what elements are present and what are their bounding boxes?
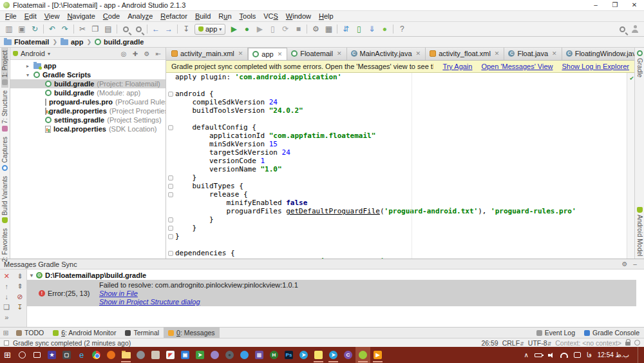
foxit-reader-icon[interactable]: ◤ xyxy=(163,347,178,363)
tool-window-button-captures[interactable]: Captures xyxy=(1,134,8,173)
close-tab-icon[interactable]: ✕ xyxy=(278,51,283,57)
wifi-icon[interactable] xyxy=(560,353,568,358)
previous-message-icon[interactable]: ↑ xyxy=(0,281,14,291)
menu-tools[interactable]: Tools xyxy=(236,12,260,20)
tree-item-build-gradle-module-app[interactable]: build.gradle (Module: app) xyxy=(10,88,166,97)
menu-navigate[interactable]: Navigate xyxy=(63,12,99,20)
cut-icon[interactable]: ✂ xyxy=(76,23,89,35)
photoshop-icon[interactable]: Ps xyxy=(281,347,296,363)
save-all-icon[interactable]: ▣ xyxy=(15,23,28,35)
module-settings-icon[interactable]: ▦ xyxy=(322,23,335,35)
menu-view[interactable]: View xyxy=(41,12,64,20)
language-indicator[interactable]: فا xyxy=(587,351,592,358)
menu-code[interactable]: Code xyxy=(99,12,124,20)
replace-icon[interactable] xyxy=(132,23,145,35)
message-file-row[interactable]: ▼ G D:\Floatemail\app\build.gradle xyxy=(27,271,644,280)
tab-floatemail[interactable]: Floatemail✕ xyxy=(287,48,346,60)
sdk-manager-icon[interactable]: ⇓ xyxy=(365,23,378,35)
project-view-selector[interactable]: Android xyxy=(21,50,45,57)
hide-warnings-icon[interactable]: ⊘ xyxy=(14,291,27,302)
menu-analyze[interactable]: Analyze xyxy=(124,12,156,20)
fold-marker[interactable] xyxy=(166,234,175,239)
tool-window-button-7-structure[interactable]: 7: Structure xyxy=(1,88,8,134)
hide-tool-window-icon[interactable]: – xyxy=(630,260,640,268)
close-tab-icon[interactable]: ✕ xyxy=(495,50,500,57)
run-icon[interactable]: ▶ xyxy=(227,23,240,35)
tree-expand-icon[interactable]: ▾ xyxy=(24,72,31,78)
close-tab-icon[interactable]: ✕ xyxy=(238,50,243,57)
tab-activity-float-xml[interactable]: activity_float.xml✕ xyxy=(426,48,504,60)
gray-sphere-app-icon[interactable] xyxy=(133,347,148,363)
close-button[interactable]: ✕ xyxy=(0,271,14,281)
menu-window[interactable]: Window xyxy=(282,12,315,20)
beige-app-icon[interactable] xyxy=(148,347,163,363)
fold-marker[interactable] xyxy=(166,175,175,181)
tool-window-button-android-model[interactable]: Android Model xyxy=(636,204,643,259)
synchronize-icon[interactable]: ↻ xyxy=(28,23,41,35)
collapse-all-icon[interactable]: ✚ xyxy=(131,50,140,57)
show-in-file-link[interactable]: Show in File xyxy=(99,289,138,297)
tool-window-button-gradle-console[interactable]: Gradle Console xyxy=(580,328,644,338)
file-explorer-icon[interactable] xyxy=(118,347,133,363)
collapse-all-icon[interactable]: ⇞ xyxy=(14,281,27,291)
attach-debugger-icon[interactable]: ▯ xyxy=(266,23,279,35)
blue-app-icon[interactable] xyxy=(237,347,252,363)
tab-floatingwindow-java[interactable]: CFloatingWindow.java✕ xyxy=(562,48,644,60)
edge-icon[interactable]: e xyxy=(74,347,89,363)
maps-app-icon[interactable]: ➤ xyxy=(193,347,207,363)
android-studio-icon[interactable] xyxy=(355,347,370,363)
photos-app-icon[interactable]: ▣ xyxy=(178,347,193,363)
stop-icon[interactable]: ■ xyxy=(292,23,305,35)
close-tab-icon[interactable]: ✕ xyxy=(552,50,557,57)
run-coverage-icon[interactable]: ▶ xyxy=(253,23,266,35)
line-ending-selector[interactable]: CRLF⇵ xyxy=(502,339,524,347)
gear-icon[interactable]: ⚙ xyxy=(620,260,630,268)
fold-marker[interactable] xyxy=(166,184,175,189)
export-icon[interactable]: ❏ xyxy=(0,302,14,312)
fold-marker[interactable] xyxy=(166,92,175,97)
breadcrumb-floatemail[interactable]: Floatemail xyxy=(4,38,49,46)
run-configuration-selector[interactable]: app▾ xyxy=(194,24,225,35)
close-tab-icon[interactable]: ✕ xyxy=(337,50,342,57)
tree-item-app[interactable]: ▸app xyxy=(10,61,166,70)
lock-icon[interactable] xyxy=(625,342,630,346)
code-editor[interactable]: apply plugin: 'com.android.application'a… xyxy=(166,73,634,259)
notification-link-try-again[interactable]: Try Again xyxy=(442,63,472,70)
encoding-selector[interactable]: UTF-8⇵ xyxy=(528,339,551,347)
menu-edit[interactable]: Edit xyxy=(21,12,41,20)
tool-window-button-build-variants[interactable]: Build Variants xyxy=(1,173,8,226)
device-monitor-icon[interactable]: ● xyxy=(378,23,391,35)
menu-run[interactable]: Run xyxy=(214,12,235,20)
speaker-icon[interactable] xyxy=(548,352,554,358)
telegram-desktop-icon[interactable]: ➤ xyxy=(326,347,341,363)
copy-icon[interactable]: ❐ xyxy=(89,23,102,35)
tool-window-button-1-project[interactable]: 1: Project xyxy=(1,48,8,88)
game-app-icon[interactable]: ★ xyxy=(44,347,59,363)
tool-window-button-0-messages[interactable]: 0: Messages xyxy=(164,328,220,338)
menu-build[interactable]: Build xyxy=(191,12,214,20)
expand-all-icon[interactable]: ⇟ xyxy=(14,271,27,281)
minimize-button[interactable]: – xyxy=(586,0,605,10)
scroll-to-source-icon[interactable]: ◎ xyxy=(119,50,128,57)
fold-marker[interactable] xyxy=(166,226,175,231)
task-view-icon[interactable] xyxy=(30,347,44,363)
hector-inspections-icon[interactable] xyxy=(634,340,640,346)
tool-window-button-event-log[interactable]: Event Log xyxy=(532,328,580,338)
notification-link-open-messages-view[interactable]: Open 'Messages' View xyxy=(481,63,553,70)
tab-app[interactable]: app✕ xyxy=(248,48,287,60)
firefox-icon[interactable] xyxy=(104,347,118,363)
cortana-icon[interactable] xyxy=(15,347,30,363)
hide-panel-icon[interactable]: ⇤ xyxy=(154,50,163,57)
tab-activity-main-xml[interactable]: activity_main.xml✕ xyxy=(167,48,248,60)
redo-icon[interactable]: ↷ xyxy=(59,23,71,35)
forward-icon[interactable]: → xyxy=(162,23,175,35)
sync-gradle-icon[interactable]: ⇵ xyxy=(339,23,352,35)
menu-file[interactable]: File xyxy=(1,12,21,20)
error-entry[interactable]: Failed to resolve: com.andrognito.pinloc… xyxy=(27,280,636,306)
debug-icon[interactable]: ● xyxy=(240,23,253,35)
show-desktop-button[interactable] xyxy=(638,347,640,363)
chrome-icon[interactable] xyxy=(89,347,104,363)
camera-app-icon[interactable]: ● xyxy=(222,347,237,363)
status-square-icon[interactable] xyxy=(4,340,9,346)
tool-window-switcher-icon[interactable]: ⊞ xyxy=(0,329,12,337)
